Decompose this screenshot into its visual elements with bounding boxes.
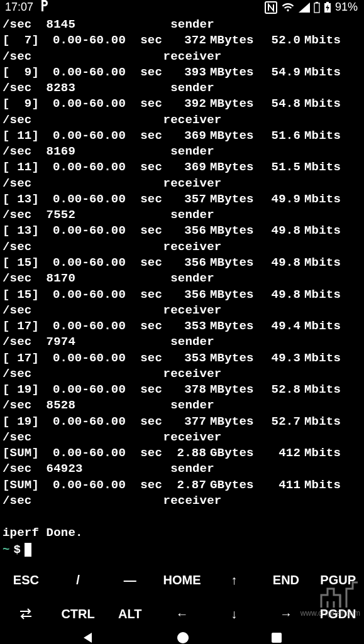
wifi-icon (281, 2, 295, 13)
extra-keys: ESC / — HOME ↑ END PGUP CTRL ALT ← ↓ → P… (0, 558, 364, 631)
iperf-wrap-row: /secreceiver (3, 176, 361, 192)
iperf-data-row: [ 15]0.00-60.00sec356MBytes49.8Mbits (3, 287, 361, 303)
prompt-tilde: ~ (3, 542, 10, 558)
iperf-data-row: [ 19]0.00-60.00sec378MBytes52.8Mbits (3, 382, 361, 398)
iperf-wrap-row: /sec 8528sender (3, 398, 361, 413)
iperf-wrap-row: /secreceiver (3, 239, 361, 255)
key-end[interactable]: END (260, 573, 312, 587)
iperf-data-row: [ 9]0.00-60.00sec393MBytes54.9Mbits (3, 65, 361, 80)
battery-empty-icon (314, 2, 320, 13)
terminal-output[interactable]: /sec 8145sender[ 7]0.00-60.00sec372MByte… (0, 14, 364, 558)
iperf-done-line: iperf Done. (3, 525, 361, 541)
iperf-wrap-row: /secreceiver (3, 49, 361, 65)
iperf-wrap-row: /sec 8170sender (3, 271, 361, 287)
cursor (25, 543, 31, 557)
nav-home-icon[interactable] (176, 631, 190, 644)
key-pgdn[interactable]: PGDN (312, 607, 364, 621)
iperf-wrap-row: /secreceiver (3, 493, 361, 509)
svg-rect-1 (314, 3, 319, 13)
svg-point-5 (177, 632, 189, 643)
svg-rect-2 (316, 2, 318, 3)
iperf-data-row: [ 7]0.00-60.00sec372MBytes52.0Mbits (3, 33, 361, 48)
iperf-data-row: [ 13]0.00-60.00sec356MBytes49.8Mbits (3, 223, 361, 239)
status-bar: 17:07 (0, 0, 364, 14)
nav-back-icon[interactable] (81, 631, 95, 644)
key-down[interactable]: ↓ (208, 607, 260, 621)
iperf-wrap-row: /sec 8169sender (3, 144, 361, 160)
iperf-data-row: [ 17]0.00-60.00sec353MBytes49.4Mbits (3, 319, 361, 334)
key-left[interactable]: ← (156, 607, 208, 621)
iperf-data-row: [SUM]0.00-60.00sec2.88GBytes412Mbits (3, 445, 361, 461)
extra-keys-row-1: ESC / — HOME ↑ END PGUP (0, 563, 364, 597)
android-nav-bar (0, 631, 364, 644)
prompt-dollar: $ (14, 542, 21, 558)
iperf-wrap-row: /sec 8283sender (3, 80, 361, 96)
iperf-data-row: [ 11]0.00-60.00sec369MBytes51.5Mbits (3, 160, 361, 175)
nfc-icon (265, 1, 277, 14)
key-alt[interactable]: ALT (104, 607, 156, 621)
key-ctrl[interactable]: CTRL (52, 607, 104, 621)
key-esc[interactable]: ESC (0, 573, 52, 587)
iperf-data-row: [ 9]0.00-60.00sec392MBytes54.8Mbits (3, 96, 361, 112)
iperf-wrap-row: /secreceiver (3, 112, 361, 128)
blank-line (3, 509, 361, 525)
iperf-data-row: [ 15]0.00-60.00sec356MBytes49.8Mbits (3, 255, 361, 271)
iperf-wrap-row: /sec 7552sender (3, 207, 361, 223)
key-dash[interactable]: — (104, 573, 156, 587)
key-home[interactable]: HOME (156, 573, 208, 587)
iperf-wrap-row: /sec 64923sender (3, 461, 361, 477)
svg-rect-6 (272, 633, 282, 643)
battery-pct: 91% (335, 1, 358, 14)
key-right[interactable]: → (260, 607, 312, 621)
extra-keys-row-2: CTRL ALT ← ↓ → PGDN (0, 597, 364, 631)
iperf-data-row: [ 11]0.00-60.00sec369MBytes51.6Mbits (3, 128, 361, 144)
iperf-wrap-row: /secreceiver (3, 366, 361, 382)
iperf-wrap-row: /secreceiver (3, 303, 361, 319)
key-up[interactable]: ↑ (208, 573, 260, 587)
svg-rect-4 (326, 2, 329, 3)
key-swap-icon[interactable] (0, 608, 52, 620)
key-slash[interactable]: / (52, 573, 104, 587)
battery-charge-icon (324, 2, 331, 13)
status-bar-left: 17:07 (5, 0, 48, 14)
iperf-wrap-row: /sec 8145sender (3, 17, 361, 33)
iperf-data-row: [ 19]0.00-60.00sec377MBytes52.7Mbits (3, 414, 361, 430)
iperf-data-row: [ 17]0.00-60.00sec353MBytes49.3Mbits (3, 351, 361, 366)
signal-icon (299, 3, 310, 13)
iperf-wrap-row: /sec 7974sender (3, 334, 361, 350)
clock: 17:07 (5, 1, 33, 14)
app-indicator-icon (40, 0, 48, 14)
shell-prompt[interactable]: ~$ (3, 542, 361, 558)
nav-recent-icon[interactable] (270, 631, 283, 644)
status-bar-right: 91% (265, 1, 358, 14)
iperf-wrap-row: /secreceiver (3, 430, 361, 445)
iperf-data-row: [ 13]0.00-60.00sec357MBytes49.9Mbits (3, 192, 361, 207)
key-pgup[interactable]: PGUP (312, 573, 364, 587)
iperf-data-row: [SUM]0.00-60.00sec2.87GBytes411Mbits (3, 478, 361, 493)
